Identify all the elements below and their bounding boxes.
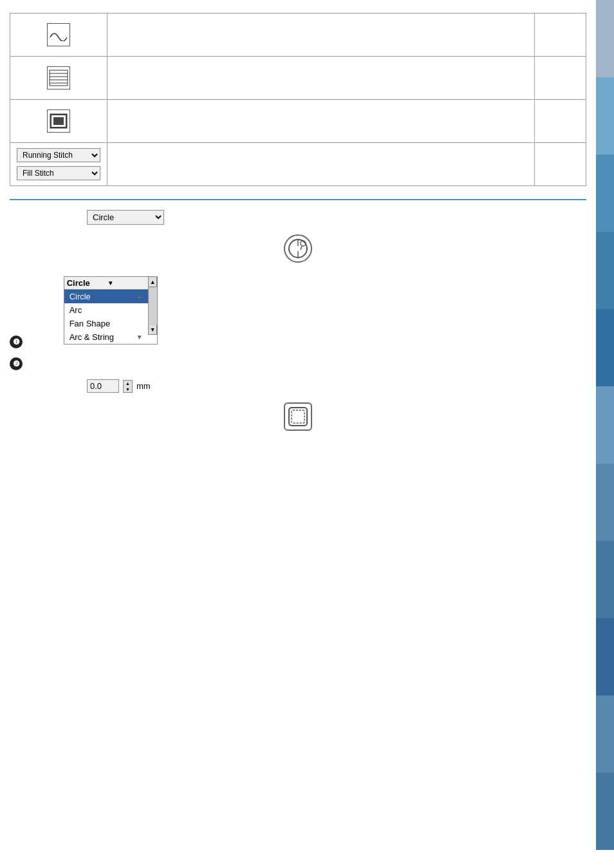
dropdown-open-header: Circle ▼ [64, 277, 148, 290]
svg-rect-7 [53, 117, 64, 125]
mm-spinner: ▲ ▼ [123, 380, 133, 393]
circle-dropdown-open: Circle ▼ Circle ▲ Arc [64, 276, 158, 344]
dropdown-item-arc-string-label: Arc & String [70, 332, 114, 342]
sidebar-tab-4[interactable] [596, 232, 614, 309]
scroll-down-icon: ▼ [136, 334, 143, 341]
sidebar-tab-11[interactable] [596, 773, 614, 850]
step-2-badge: ❷ [10, 357, 23, 370]
sidebar-tab-8[interactable] [596, 541, 614, 618]
mm-spinner-down-button[interactable]: ▼ [124, 386, 132, 392]
running-stitch-extra [535, 14, 586, 57]
dropdown-item-circle[interactable]: Circle ▲ [64, 290, 148, 303]
fill-stitch-extra [535, 57, 586, 100]
dropdown-item-arc-string[interactable]: Arc & String ▼ [64, 330, 148, 344]
fill-stitch-select[interactable]: Fill Stitch Satin Fill Stippling [17, 166, 100, 180]
circle-dropdown-container: Circle Arc Fan Shape Arc & String [87, 210, 586, 225]
stitch-selects: Running Stitch Triple Stitch E Stitch Fi… [17, 148, 100, 180]
step-1-section: ❶ Circle ▼ [10, 272, 586, 351]
table-row-selects: Running Stitch Triple Stitch E Stitch Fi… [10, 143, 586, 186]
dropdown-item-fan-shape[interactable]: Fan Shape [64, 317, 148, 330]
running-stitch-icon-cell [10, 14, 107, 57]
dropdown-arrow-icon: ▼ [107, 279, 145, 287]
sidebar-tab-9[interactable] [596, 618, 614, 695]
satin-extra [535, 100, 586, 143]
mm-input-container: ▲ ▼ mm [87, 379, 586, 393]
dropdown-item-arc-label: Arc [70, 305, 82, 315]
sidebar-tab-10[interactable] [596, 695, 614, 773]
mm-unit-label: mm [136, 381, 151, 391]
selects-extra [535, 143, 586, 186]
circle-section: Circle Arc Fan Shape Arc & String ❶ [10, 210, 586, 431]
fill-stitch-desc [107, 57, 535, 100]
sidebar-tabs [596, 0, 614, 868]
shape-tool-icon [284, 402, 312, 431]
scroll-up-icon: ▲ [136, 293, 143, 300]
step-1-badge: ❶ [10, 335, 23, 348]
mm-value-input[interactable] [87, 379, 119, 393]
shape-icon-container [10, 402, 586, 431]
step-2-section: ❷ ▲ ▼ mm [10, 357, 586, 431]
scrollbar-down-button[interactable]: ▼ [149, 325, 157, 335]
mm-spinner-up-button[interactable]: ▲ [124, 381, 132, 386]
fill-stitch-icon [47, 66, 70, 90]
dropdown-header-label: Circle [67, 278, 105, 288]
sidebar-tab-2[interactable] [596, 77, 614, 155]
running-stitch-desc [107, 14, 535, 57]
circle-tool-icon [284, 234, 312, 263]
section-divider [10, 199, 586, 200]
stitch-selects-cell: Running Stitch Triple Stitch E Stitch Fi… [10, 143, 107, 186]
sidebar-tab-5[interactable] [596, 309, 614, 386]
scrollbar-up-button[interactable]: ▲ [149, 277, 157, 287]
main-content: Running Stitch Triple Stitch E Stitch Fi… [0, 0, 596, 447]
satin-stitch-icon [47, 109, 70, 133]
fill-stitch-icon-cell [10, 57, 107, 100]
sidebar-tab-7[interactable] [596, 464, 614, 541]
table-row-running [10, 14, 586, 57]
table-row-fill [10, 57, 586, 100]
svg-rect-14 [292, 410, 304, 423]
satin-desc [107, 100, 535, 143]
dropdown-item-fan-shape-label: Fan Shape [70, 319, 111, 328]
dropdown-item-arc[interactable]: Arc [64, 303, 148, 317]
dropdown-item-circle-label: Circle [70, 292, 91, 301]
selects-desc [107, 143, 535, 186]
svg-line-12 [301, 246, 302, 250]
table-row-satin [10, 100, 586, 143]
stitch-type-table: Running Stitch Triple Stitch E Stitch Fi… [10, 13, 586, 186]
satin-icon-cell [10, 100, 107, 143]
circle-type-select[interactable]: Circle Arc Fan Shape Arc & String [87, 210, 164, 225]
sidebar-tab-3[interactable] [596, 155, 614, 232]
sidebar-tab-1[interactable] [596, 0, 614, 77]
dropdown-list: Circle ▲ Arc Fan Shape Arc [64, 290, 148, 344]
sidebar-tab-6[interactable] [596, 386, 614, 464]
circle-icon-container [10, 234, 586, 263]
running-stitch-select[interactable]: Running Stitch Triple Stitch E Stitch [17, 148, 100, 162]
running-stitch-icon [47, 23, 70, 46]
